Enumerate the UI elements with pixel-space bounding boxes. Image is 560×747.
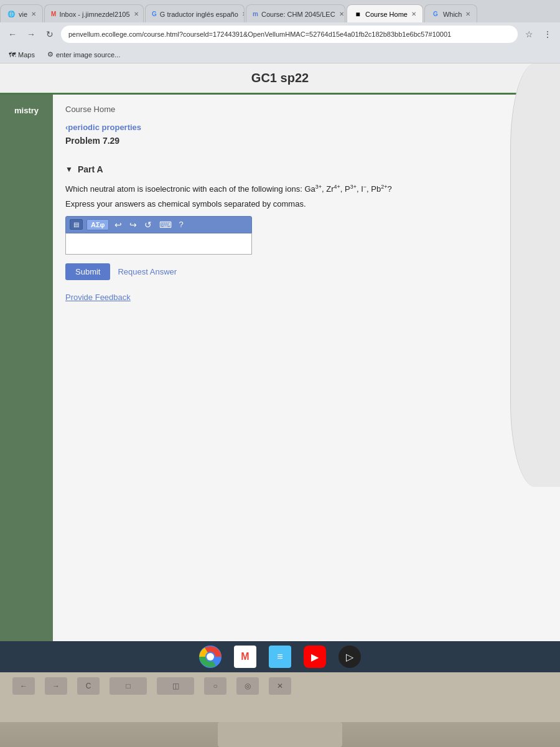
part-header: ▼ Part A xyxy=(65,164,548,174)
tab-label-vie: vie xyxy=(19,11,27,18)
part-label: Part A xyxy=(78,164,103,174)
tab-close-which[interactable]: ✕ xyxy=(465,11,470,17)
answer-toolbar: ▤ AΣφ ↩ ↪ ↺ ⌨ ? xyxy=(65,216,252,233)
tab-close-chm[interactable]: ✕ xyxy=(339,11,344,17)
power-key[interactable]: ✕ xyxy=(269,677,291,695)
taskbar: M ≡ ▶ ▷ xyxy=(0,641,560,672)
bookmark-image-label: enter image source... xyxy=(56,51,120,59)
bookmark-image-source[interactable]: ⚙ enter image source... xyxy=(44,49,124,60)
request-answer-link[interactable]: Request Answer xyxy=(118,267,177,276)
taskbar-docs-icon[interactable]: ≡ xyxy=(269,646,291,668)
home-key[interactable]: ○ xyxy=(204,677,226,695)
reload-button[interactable]: ↻ xyxy=(42,27,57,42)
play-triangle-icon: ▷ xyxy=(346,651,353,663)
sigma-icon: AΣφ xyxy=(91,221,105,228)
back-key[interactable]: ← xyxy=(12,677,35,695)
section-link[interactable]: ‹periodic properties xyxy=(65,123,548,132)
page-title: GC1 sp22 xyxy=(251,71,309,85)
taskbar-youtube-icon[interactable]: ▶ xyxy=(304,646,326,668)
svg-point-2 xyxy=(207,653,214,660)
redo-icon: ↪ xyxy=(129,220,137,230)
submit-button[interactable]: Submit xyxy=(65,263,110,280)
redo-button[interactable]: ↪ xyxy=(128,220,139,230)
window-key[interactable]: □ xyxy=(110,677,147,695)
tab-vie[interactable]: 🌐 vie ✕ xyxy=(0,4,43,22)
forward-button[interactable]: → xyxy=(24,27,39,42)
tab-close-vie[interactable]: ✕ xyxy=(31,11,36,17)
bookmark-maps-label: Maps xyxy=(18,51,35,59)
keyboard-button[interactable]: ⌨ xyxy=(157,220,174,230)
tab-close-traductor[interactable]: ✕ xyxy=(242,11,245,17)
page-content: GC1 sp22 mistry Course Home ‹periodic pr… xyxy=(0,63,560,672)
bookmark-button[interactable]: ☆ xyxy=(521,27,536,42)
tab-which[interactable]: G Which ✕ xyxy=(424,4,478,22)
tab-label-inbox: Inbox - j.jimnezdel2105 xyxy=(59,11,129,18)
tab-traductor[interactable]: G G traductor inglés españo ✕ xyxy=(145,4,245,22)
tab-favicon-traductor: G xyxy=(152,10,157,19)
taskbar-chrome-icon[interactable] xyxy=(199,646,222,668)
tab-label-which: Which xyxy=(443,11,462,18)
maps-icon: 🗺 xyxy=(9,51,16,59)
answer-input[interactable] xyxy=(65,233,252,255)
content-area: Course Home ‹periodic properties Problem… xyxy=(53,95,560,672)
undo-button[interactable]: ↩ xyxy=(113,220,124,230)
back-button[interactable]: ← xyxy=(5,27,20,42)
symbol-button[interactable]: AΣφ xyxy=(86,219,109,230)
taskbar-gmail-icon[interactable]: M xyxy=(234,646,256,668)
laptop-bottom: ← → C □ ◫ ○ ◎ ✕ xyxy=(0,672,560,747)
action-buttons: Submit Request Answer xyxy=(65,263,548,280)
youtube-play-icon: ▶ xyxy=(311,651,319,663)
instruction-text: Express your answers as chemical symbols… xyxy=(65,199,548,209)
format-icon: ▤ xyxy=(73,221,79,228)
tab-favicon-which: G xyxy=(431,10,440,19)
tab-label-home: Course Home xyxy=(365,11,408,18)
browser-chrome: 🌐 vie ✕ M Inbox - j.jimnezdel2105 ✕ G G … xyxy=(0,0,560,63)
tab-close-inbox[interactable]: ✕ xyxy=(134,11,139,17)
refresh-key[interactable]: C xyxy=(77,677,100,695)
tab-favicon-vie: 🌐 xyxy=(7,10,16,19)
search-key[interactable]: ◎ xyxy=(236,677,259,695)
refresh-button[interactable]: ↺ xyxy=(142,220,154,230)
taskbar-play-icon[interactable]: ▷ xyxy=(338,646,361,668)
tab-favicon-chm: m xyxy=(253,10,258,19)
tab-label-traductor: G traductor inglés españo xyxy=(160,11,238,18)
main-layout: mistry Course Home ‹periodic properties … xyxy=(0,95,560,672)
address-input[interactable] xyxy=(61,26,518,43)
address-bar-row: ← → ↻ ☆ ⋮ xyxy=(0,22,560,46)
keyboard-icon: ⌨ xyxy=(159,220,172,230)
tab-label-chm: Course: CHM 2045/LEC xyxy=(261,11,335,18)
tab-favicon-inbox: M xyxy=(51,10,56,19)
help-label: ? xyxy=(179,220,183,229)
tab-close-home[interactable]: ✕ xyxy=(411,11,416,17)
tab-bar: 🌐 vie ✕ M Inbox - j.jimnezdel2105 ✕ G G … xyxy=(0,0,560,22)
bookmarks-bar: 🗺 Maps ⚙ enter image source... xyxy=(0,46,560,63)
refresh-icon: ↺ xyxy=(144,220,152,230)
part-arrow-icon: ▼ xyxy=(65,165,73,174)
multiwindow-key[interactable]: ◫ xyxy=(157,677,194,695)
problem-title: Problem 7.29 xyxy=(65,136,548,146)
forward-key[interactable]: → xyxy=(45,677,67,695)
sidebar: mistry xyxy=(0,95,53,672)
tab-favicon-home: ■ xyxy=(353,10,362,19)
bookmark-maps[interactable]: 🗺 Maps xyxy=(5,50,39,60)
sidebar-label: mistry xyxy=(0,101,53,121)
tab-course-chm[interactable]: m Course: CHM 2045/LEC ✕ xyxy=(246,4,345,22)
gmail-letter: M xyxy=(241,651,249,662)
tab-course-home[interactable]: ■ Course Home ✕ xyxy=(347,4,423,22)
keyboard-area: ← → C □ ◫ ○ ◎ ✕ xyxy=(0,672,560,722)
format-icon-button[interactable]: ▤ xyxy=(70,219,83,230)
page-title-bar: GC1 sp22 xyxy=(0,63,560,95)
breadcrumb[interactable]: Course Home xyxy=(65,105,548,114)
undo-icon: ↩ xyxy=(114,220,122,230)
question-text: Which neutral atom is isoelectronic with… xyxy=(65,183,548,195)
menu-button[interactable]: ⋮ xyxy=(540,27,555,42)
image-source-icon: ⚙ xyxy=(47,50,54,59)
trackpad[interactable] xyxy=(218,722,342,747)
right-panel xyxy=(510,63,560,487)
feedback-link[interactable]: Provide Feedback xyxy=(65,293,548,302)
tab-inbox[interactable]: M Inbox - j.jimnezdel2105 ✕ xyxy=(44,4,144,22)
docs-letter: ≡ xyxy=(277,651,282,662)
